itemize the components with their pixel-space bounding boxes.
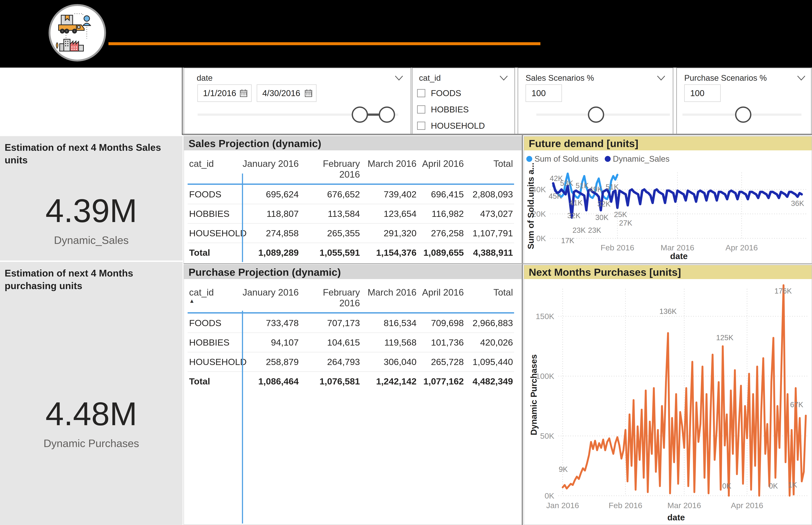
table-cell[interactable]: 1,242,142	[361, 372, 418, 391]
table-cell[interactable]: 709,698	[418, 313, 465, 333]
catid-option-household[interactable]: HOUSEHOLD	[417, 121, 485, 131]
chevron-down-icon[interactable]	[797, 75, 806, 81]
table-cell[interactable]: 676,652	[300, 184, 361, 204]
table-cell[interactable]: 276,258	[418, 224, 465, 243]
sort-ascending-icon[interactable]: ▲	[189, 298, 240, 304]
table-cell[interactable]: 113,584	[300, 204, 361, 224]
y-axis-title: Dynamic Purchases	[529, 354, 539, 435]
catid-option-foods[interactable]: FOODS	[417, 88, 461, 98]
checkbox-icon[interactable]	[417, 89, 425, 97]
sales-scenario-input[interactable]: 100	[525, 85, 562, 102]
table-cell[interactable]: 116,982	[418, 204, 465, 224]
calendar-icon[interactable]	[305, 89, 313, 97]
sales-scenario-handle[interactable]	[588, 106, 604, 123]
column-header[interactable]: March 2016	[361, 153, 418, 184]
purchase-scenario-input[interactable]: 100	[684, 85, 721, 102]
table-cell[interactable]: 733,478	[241, 313, 300, 333]
column-header[interactable]: April 2016	[418, 282, 465, 313]
table-cell[interactable]: 1,055,591	[300, 243, 361, 262]
table-cell[interactable]: 306,040	[361, 352, 418, 372]
x-axis-tick: Mar 2016	[667, 501, 701, 510]
table-cell[interactable]: 739,402	[361, 184, 418, 204]
table-cell[interactable]: FOODS	[188, 313, 241, 333]
table-cell[interactable]: 1,089,655	[418, 243, 465, 262]
table-cell[interactable]: 101,736	[418, 333, 465, 352]
table-cell[interactable]: 4,482,349	[465, 372, 514, 391]
table-row[interactable]: HOUSEHOLD274,858265,355291,320276,2581,1…	[188, 224, 514, 243]
column-header[interactable]: cat_id	[188, 153, 241, 184]
table-cell[interactable]: 816,534	[361, 313, 418, 333]
table-cell[interactable]: HOUSEHOLD	[188, 224, 241, 243]
table-cell[interactable]: Total	[188, 372, 241, 391]
catid-slicer-panel: cat_id FOODS HOBBIES HOUSEHOLD	[412, 68, 515, 135]
table-row[interactable]: HOUSEHOLD258,879264,793306,040265,7281,0…	[188, 352, 514, 372]
date-start-input[interactable]: 1/1/2016	[198, 85, 251, 102]
table-cell[interactable]: HOBBIES	[188, 333, 241, 352]
line-chart[interactable]: 0K20K40KFeb 2016Mar 2016Apr 201642K53K51…	[524, 136, 812, 264]
date-end-input[interactable]: 4/30/2016	[257, 85, 317, 102]
table-cell[interactable]: 265,355	[300, 224, 361, 243]
table-cell[interactable]: 258,879	[241, 352, 300, 372]
date-slicer-title: date	[197, 73, 213, 82]
column-header[interactable]: Total	[465, 282, 514, 313]
table-cell[interactable]: 94,107	[241, 333, 300, 352]
table-cell[interactable]: 118,807	[241, 204, 300, 224]
table-cell[interactable]: 695,624	[241, 184, 300, 204]
table-row[interactable]: HOBBIES118,807113,584123,654116,982473,0…	[188, 204, 514, 224]
checkbox-icon[interactable]	[417, 122, 425, 130]
table-cell[interactable]: 265,728	[418, 352, 465, 372]
purchase-scenario-handle[interactable]	[735, 106, 751, 123]
column-header[interactable]: April 2016	[418, 153, 465, 184]
table-cell[interactable]: 1,107,791	[465, 224, 514, 243]
table-cell[interactable]: 1,086,464	[241, 372, 300, 391]
table-cell[interactable]: 1,076,581	[300, 372, 361, 391]
table-cell[interactable]: 1,095,440	[465, 352, 514, 372]
column-header[interactable]: February 2016	[300, 282, 361, 313]
table-cell[interactable]: FOODS	[188, 184, 241, 204]
table-cell[interactable]: Total	[188, 243, 241, 262]
data-label: 0K	[722, 482, 731, 490]
table-cell[interactable]: 104,615	[300, 333, 361, 352]
table-cell[interactable]: 1,154,376	[361, 243, 418, 262]
line-chart[interactable]: 0K50K100K150KJan 2016Feb 2016Mar 2016Apr…	[524, 265, 812, 525]
catid-option-hobbies[interactable]: HOBBIES	[417, 104, 469, 115]
data-label: 23K	[588, 226, 601, 234]
table-cell[interactable]: 123,654	[361, 204, 418, 224]
kpi-label: Dynamic Purchases	[0, 437, 183, 449]
table-row[interactable]: FOODS695,624676,652739,402696,4152,808,0…	[188, 184, 514, 204]
table-cell[interactable]: 291,320	[361, 224, 418, 243]
column-header[interactable]: Total	[465, 153, 514, 184]
table-cell[interactable]: HOUSEHOLD	[188, 352, 241, 372]
table-cell[interactable]: 1,077,162	[418, 372, 465, 391]
table-cell[interactable]: 1,089,289	[241, 243, 300, 262]
chevron-down-icon[interactable]	[499, 75, 508, 81]
chevron-down-icon[interactable]	[395, 75, 403, 81]
table-cell[interactable]: 707,173	[300, 313, 361, 333]
column-header[interactable]: January 2016	[241, 153, 300, 184]
column-header[interactable]: March 2016	[361, 282, 418, 313]
table-row[interactable]: FOODS733,478707,173816,534709,6982,966,8…	[188, 313, 514, 333]
table-row[interactable]: HOBBIES94,107104,615119,568101,736420,02…	[188, 333, 514, 352]
calendar-icon[interactable]	[240, 89, 247, 97]
table-cell[interactable]: 2,808,093	[465, 184, 514, 204]
table-total-row[interactable]: Total1,089,2891,055,5911,154,3761,089,65…	[188, 243, 514, 262]
column-header[interactable]: cat_id▲	[188, 282, 241, 313]
kpi-purchase-card: Estimation of next 4 Months purchasing u…	[0, 262, 183, 525]
table-cell[interactable]: 264,793	[300, 352, 361, 372]
date-range-handle-start[interactable]	[352, 106, 368, 123]
table-cell[interactable]: 2,966,883	[465, 313, 514, 333]
chevron-down-icon[interactable]	[657, 75, 665, 81]
table-cell[interactable]: 4,388,911	[465, 243, 514, 262]
table-cell[interactable]: 473,027	[465, 204, 514, 224]
table-cell[interactable]: HOBBIES	[188, 204, 241, 224]
table-total-row[interactable]: Total1,086,4641,076,5811,242,1421,077,16…	[188, 372, 514, 391]
table-cell[interactable]: 274,858	[241, 224, 300, 243]
table-cell[interactable]: 420,026	[465, 333, 514, 352]
table-cell[interactable]: 696,415	[418, 184, 465, 204]
column-header[interactable]: February 2016	[300, 153, 361, 184]
date-range-handle-end[interactable]	[379, 106, 395, 123]
checkbox-icon[interactable]	[417, 105, 425, 114]
data-label: 41K	[569, 199, 582, 207]
table-cell[interactable]: 119,568	[361, 333, 418, 352]
column-header[interactable]: January 2016	[241, 282, 300, 313]
